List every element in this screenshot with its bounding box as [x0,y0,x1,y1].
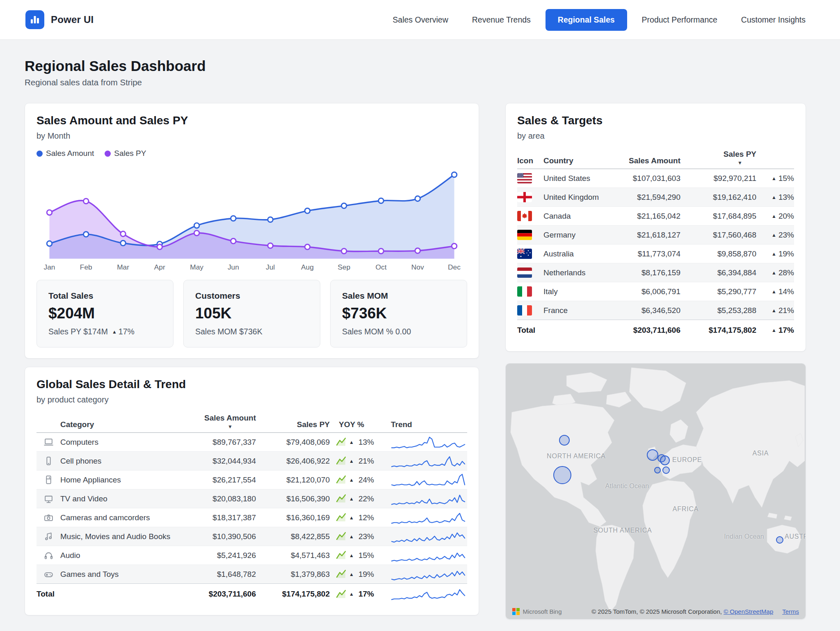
header-trend[interactable]: Trend [385,420,467,429]
sales-py-value: $92,970,211 [680,174,756,183]
kpi-customers[interactable]: Customers105KSales MOM $736K [183,280,320,348]
sales-amount-value: $20,083,180 [178,494,256,503]
table-row[interactable]: Netherlands$8,176,159$6,394,884▲28% [517,263,794,282]
total-sales-py: $174,175,802 [256,590,330,599]
trend-sparkline [385,453,467,469]
table-row[interactable]: France$6,346,520$5,253,288▲21% [517,301,794,320]
games-icon [37,569,60,579]
table-row[interactable]: Audio$5,241,926$4,571,463▲15% [37,546,467,565]
appliance-icon [37,475,60,485]
up-arrow-icon: ▲ [772,194,776,200]
legend-item-sales-amount[interactable]: Sales Amount [37,149,94,158]
up-arrow-icon: ▲ [349,534,354,540]
table-row[interactable]: Canada$21,165,042$17,684,895▲20% [517,206,794,225]
sparkline [390,472,466,488]
sales-amount-value: $10,390,506 [178,532,256,541]
header-sales-py[interactable]: Sales PY [256,420,330,429]
map-bubble-germany[interactable] [660,455,670,465]
world-map[interactable]: NORTH AMERICAEUROPEASIAAtlantic OceanAFR… [506,364,806,619]
table-row[interactable]: Cameras and camcorders$18,317,387$16,360… [37,508,467,527]
svg-text:Jun: Jun [228,263,239,271]
country-name: Netherlands [543,268,603,277]
map-bubble-france[interactable] [654,467,661,473]
audio-icon [37,550,60,560]
kpi-label: Sales MOM [342,291,455,301]
openstreetmap-link[interactable]: © OpenStreetMap [724,608,773,615]
main-content: Regional Sales Dashboard Regional sales … [0,40,840,628]
table-row[interactable]: United Kingdom$21,594,290$19,162,410▲13% [517,187,794,206]
kpi-sales-mom[interactable]: Sales MOM$736KSales MOM % 0.00 [330,280,467,348]
total-sales-amount: $203,711,606 [603,326,680,335]
kpi-total-sales[interactable]: Total Sales$204MSales PY $174M▲17% [37,280,173,348]
map-bubble-italy[interactable] [662,466,670,474]
sales-py-value: $16,506,390 [256,494,330,503]
targets-table: IconCountrySales AmountSales PY▼United S… [517,150,794,341]
up-arrow-icon: ▲ [772,308,776,313]
kpi-value: $204M [48,305,162,322]
yoy-value: ▲23% [330,531,385,542]
table-row[interactable]: Games and Toys$1,648,782$1,379,863▲19% [37,565,467,583]
change-percent: ▲14% [756,287,794,296]
up-arrow-icon: ▲ [772,213,776,219]
map-bubble-canada[interactable] [559,435,570,446]
table-row[interactable]: TV and Video$20,083,180$16,506,390▲22% [37,489,467,508]
sales-py-value: $17,560,468 [680,231,756,240]
table-row[interactable]: Germany$21,618,127$17,560,468▲23% [517,225,794,244]
sales-targets-card: Sales & Targets by area IconCountrySales… [505,103,806,352]
country-name: Italy [543,287,603,296]
table-row[interactable]: Computers$89,767,337$79,408,069▲13% [37,433,467,451]
country-name: Canada [543,212,603,221]
change-percent: ▲13% [756,193,794,202]
map-bubble-united-states[interactable] [553,466,571,484]
header-icon[interactable]: Icon [517,156,543,165]
kpi-delta: 17% [119,327,135,336]
card-title: Sales Amount and Sales PY [37,114,467,127]
nav-tab-product-performance[interactable]: Product Performance [633,9,726,30]
up-arrow-icon: ▲ [349,553,354,558]
yoy-value: ▲21% [330,456,385,466]
category-name: Computers [60,438,178,447]
targets-table-header: IconCountrySales AmountSales PY▼ [517,150,794,169]
header-country[interactable]: Country [543,156,603,165]
bing-label: Microsoft Bing [523,608,562,615]
table-row[interactable]: Music, Movies and Audio Books$10,390,506… [37,527,467,546]
area-chart[interactable]: JanFebMarAprMayJunJulAugSepOctNovDec [37,160,467,274]
australia-flag-icon [517,249,543,259]
sort-desc-icon: ▼ [228,424,233,429]
card-subtitle: by area [517,131,794,141]
header-sales-amount[interactable]: Sales Amount [603,156,680,165]
table-row[interactable]: Cell phones$32,044,934$26,406,922▲21% [37,451,467,470]
category-table-header: CategorySales Amount▼Sales PYYOY %Trend [37,414,467,433]
total-label: Total [37,590,178,599]
header-yoy[interactable]: YOY % [330,420,385,429]
up-arrow-icon: ▲ [772,232,776,238]
table-total-row: Total$203,711,606$174,175,802▲17% [517,320,794,341]
up-arrow-icon: ▲ [349,439,354,445]
change-percent: ▲19% [756,249,794,258]
map-card: NORTH AMERICAEUROPEASIAAtlantic OceanAFR… [505,363,806,620]
table-row[interactable]: Australia$11,773,074$9,858,870▲19% [517,244,794,263]
legend-item-sales-py[interactable]: Sales PY [105,149,146,158]
sales-py-value: $79,408,069 [256,438,330,447]
table-row[interactable]: United States$107,031,603$92,970,211▲15% [517,169,794,187]
header-sales-py[interactable]: Sales PY▼ [680,150,756,165]
table-row[interactable]: Home Appliances$26,217,554$21,120,070▲24… [37,470,467,489]
yoy-value: ▲15% [330,550,385,560]
header-sales-amount[interactable]: Sales Amount▼ [178,414,256,429]
nav-tab-customer-insights[interactable]: Customer Insights [732,9,815,30]
nav-tab-sales-overview[interactable]: Sales Overview [383,9,457,30]
map-bubble-australia[interactable] [776,536,783,544]
map-bubble-united-kingdom[interactable] [647,449,658,461]
world-map-svg [506,364,806,619]
header-category[interactable]: Category [60,420,178,429]
sales-amount-value: $21,594,290 [603,193,680,202]
music-icon [37,531,60,542]
kpi-row: Total Sales$204MSales PY $174M▲17%Custom… [37,280,467,348]
sort-desc-icon: ▼ [737,160,742,165]
terms-link[interactable]: Terms [782,608,799,615]
table-row[interactable]: Italy$6,006,791$5,290,777▲14% [517,282,794,301]
nav-tab-regional-sales[interactable]: Regional Sales [546,9,627,31]
map-attribution: Microsoft Bing © 2025 TomTom, © 2025 Mic… [506,608,806,615]
yoy-trend-icon [336,456,347,466]
nav-tab-revenue-trends[interactable]: Revenue Trends [463,9,540,30]
